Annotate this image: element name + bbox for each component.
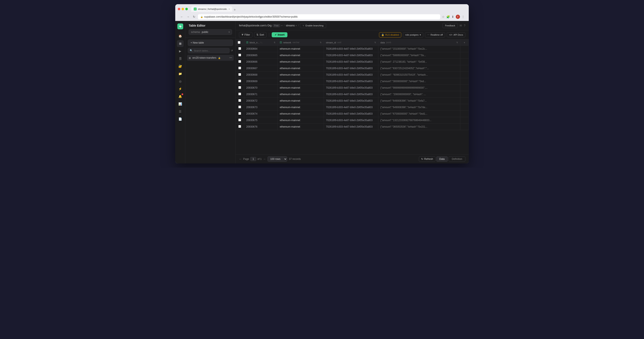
checkmark-icon: ✓ bbox=[274, 33, 277, 36]
user-avatar[interactable]: F bbox=[456, 15, 460, 19]
new-table-button[interactable]: + New table bbox=[188, 40, 233, 46]
mail-icon-button[interactable]: ✉ bbox=[460, 24, 462, 27]
row-checkbox-cell bbox=[236, 65, 244, 72]
filter-tables-button[interactable]: ⧩ bbox=[231, 49, 233, 52]
row-checkbox-1[interactable] bbox=[238, 54, 241, 56]
auth-icon-button[interactable]: 🔐 bbox=[177, 63, 184, 69]
bookmark-button[interactable]: ☆ bbox=[442, 15, 445, 18]
definition-tab-button[interactable]: Definition bbox=[448, 156, 466, 162]
table-menu-button[interactable]: ••• bbox=[229, 56, 232, 59]
row-checkbox-6[interactable] bbox=[238, 86, 241, 89]
row-stream-id-11: 702616f9-b303-4e87-b9e0-2bf05e35a803 bbox=[324, 117, 378, 124]
new-tab-button[interactable]: + bbox=[232, 8, 237, 12]
docs-icon-button[interactable]: 📄 bbox=[177, 116, 184, 122]
table-row[interactable]: 20930668 ethereum-mainnet 702616f9-b303-… bbox=[236, 72, 469, 78]
table-row[interactable]: 20930673 ethereum-mainnet 702616f9-b303-… bbox=[236, 104, 469, 111]
realtime-icon-button[interactable]: ◎ bbox=[177, 78, 184, 85]
add-column-header[interactable]: + bbox=[460, 39, 469, 46]
row-stream-id-5: 702616f9-b303-4e87-b9e0-2bf05e35a803 bbox=[324, 78, 378, 85]
reports-icon-button[interactable]: 🔔 bbox=[177, 93, 184, 100]
rls-button[interactable]: 🔒 RLS disabled bbox=[379, 32, 401, 37]
functions-icon-button[interactable]: ⚡ bbox=[177, 85, 184, 92]
row-checkbox-4[interactable] bbox=[238, 73, 241, 76]
table-row[interactable]: 20930667 ethereum-mainnet 702616f9-b303-… bbox=[236, 65, 469, 72]
minimize-traffic-light[interactable] bbox=[182, 8, 184, 10]
table-row[interactable]: 20930665 ethereum-mainnet 702616f9-b303-… bbox=[236, 52, 469, 59]
row-checkbox-5[interactable] bbox=[238, 80, 241, 82]
insert-button[interactable]: ✓ Insert bbox=[272, 32, 288, 37]
stream-id-col-name: stream_id bbox=[326, 41, 336, 44]
download-button[interactable]: ⬇ bbox=[452, 15, 454, 18]
enable-branching-button[interactable]: ⑂ Enable branching bbox=[300, 23, 326, 28]
row-network-10: ethereum-mainnet bbox=[278, 111, 324, 117]
extensions-button[interactable]: 🧩 bbox=[446, 15, 450, 18]
header-data: data jsonb ⇅ bbox=[378, 39, 460, 46]
refresh-button[interactable]: ↻ Refresh bbox=[419, 156, 436, 162]
home-icon-button[interactable]: 🏠 bbox=[177, 33, 184, 39]
active-tab[interactable]: ⚡ streams | ferhat@quicknode. × bbox=[191, 6, 232, 12]
feedback-button[interactable]: Feedback bbox=[442, 23, 458, 28]
row-checkbox-11[interactable] bbox=[238, 119, 241, 121]
table-item-erc20[interactable]: ▦ erc20-token-transfers 🔒 ••• bbox=[187, 55, 234, 61]
address-bar-row: ← → ↻ 🔒 supabase.com/dashboard/project/l… bbox=[178, 13, 466, 21]
tab-close-button[interactable]: × bbox=[229, 8, 230, 10]
refresh-icon: ↻ bbox=[421, 158, 423, 160]
sort-button[interactable]: ⇅ Sort bbox=[254, 32, 266, 37]
page-input[interactable] bbox=[250, 157, 256, 161]
prev-page-button[interactable]: ← bbox=[239, 157, 242, 161]
row-block-num-2: 20930666 bbox=[244, 59, 278, 65]
filter-button[interactable]: ⧩ Filter bbox=[239, 32, 252, 37]
logs-icon-button[interactable]: ☰ bbox=[177, 108, 184, 115]
select-all-checkbox[interactable] bbox=[238, 41, 240, 44]
table-row[interactable]: 20930675 ethereum-mainnet 702616f9-b303-… bbox=[236, 117, 469, 124]
table-row[interactable]: 20930672 ethereum-mainnet 702616f9-b303-… bbox=[236, 98, 469, 104]
table-row[interactable]: 20930674 ethereum-mainnet 702616f9-b303-… bbox=[236, 111, 469, 117]
row-empty-6 bbox=[460, 85, 469, 91]
forward-button[interactable]: → bbox=[186, 15, 190, 19]
role-button[interactable]: role postgres ▾ bbox=[403, 32, 423, 37]
row-network-0: ethereum-mainnet bbox=[278, 46, 324, 52]
row-checkbox-2[interactable] bbox=[238, 60, 241, 63]
analytics-icon-button[interactable]: 📊 bbox=[177, 101, 184, 107]
row-block-num-4: 20930668 bbox=[244, 72, 278, 78]
row-checkbox-8[interactable] bbox=[238, 99, 241, 102]
maximize-traffic-light[interactable] bbox=[185, 8, 188, 10]
realtime-icon: ⋯ bbox=[427, 33, 430, 36]
realtime-button[interactable]: ⋯ Realtime off bbox=[425, 32, 445, 37]
rows-per-page-select[interactable]: 100 rows 500 rows 1000 rows bbox=[268, 156, 287, 162]
table-row[interactable]: 20930666 ethereum-mainnet 702616f9-b303-… bbox=[236, 59, 469, 65]
breadcrumb-stream[interactable]: streams ▾ bbox=[286, 24, 297, 27]
row-checkbox-7[interactable] bbox=[238, 93, 241, 95]
row-stream-id-6: 702616f9-b303-4e87-b9e0-2bf05e35a803 bbox=[324, 85, 378, 91]
table-row[interactable]: 20930676 ethereum-mainnet 702616f9-b303-… bbox=[236, 124, 469, 130]
data-tab-button[interactable]: Data bbox=[436, 156, 448, 162]
help-icon-button[interactable]: ? bbox=[464, 24, 466, 27]
add-column-icon: + bbox=[464, 41, 465, 44]
storage-icon-button[interactable]: 📁 bbox=[177, 70, 184, 77]
table-editor-icon-button[interactable]: ⊞ bbox=[177, 40, 184, 47]
sql-editor-icon-button[interactable]: ▶ bbox=[177, 48, 184, 54]
row-checkbox-0[interactable] bbox=[238, 47, 241, 50]
database-icon-button[interactable]: 🗄 bbox=[177, 55, 184, 62]
row-checkbox-9[interactable] bbox=[238, 106, 241, 108]
reload-button[interactable]: ↻ bbox=[192, 15, 196, 19]
table-editor-title: Table Editor bbox=[189, 24, 232, 27]
left-panel: Table Editor schema: public ▾ + New tabl… bbox=[185, 21, 236, 163]
address-bar[interactable]: 🔒 supabase.com/dashboard/project/lxlyayz… bbox=[198, 14, 440, 19]
close-traffic-light[interactable] bbox=[178, 8, 180, 10]
schema-selector[interactable]: schema: public ▾ bbox=[189, 29, 232, 35]
row-checkbox-3[interactable] bbox=[238, 67, 241, 69]
next-page-button[interactable]: → bbox=[263, 157, 266, 161]
api-docs-button[interactable]: </> API Docs bbox=[447, 32, 466, 37]
table-row[interactable]: 20930664 ethereum-mainnet 702616f9-b303-… bbox=[236, 46, 469, 52]
table-row[interactable]: 20930671 ethereum-mainnet 702616f9-b303-… bbox=[236, 91, 469, 98]
row-checkbox-12[interactable] bbox=[238, 125, 241, 128]
table-row[interactable]: 20930669 ethereum-mainnet 702616f9-b303-… bbox=[236, 78, 469, 85]
back-button[interactable]: ← bbox=[180, 15, 184, 19]
row-checkbox-cell bbox=[236, 124, 244, 130]
search-tables-input[interactable] bbox=[194, 49, 228, 52]
url-text: supabase.com/dashboard/project/lxlyayzkr… bbox=[204, 15, 298, 18]
menu-button[interactable]: ⋮ bbox=[462, 15, 464, 18]
table-row[interactable]: 20930670 ethereum-mainnet 702616f9-b303-… bbox=[236, 85, 469, 91]
row-checkbox-10[interactable] bbox=[238, 112, 241, 115]
